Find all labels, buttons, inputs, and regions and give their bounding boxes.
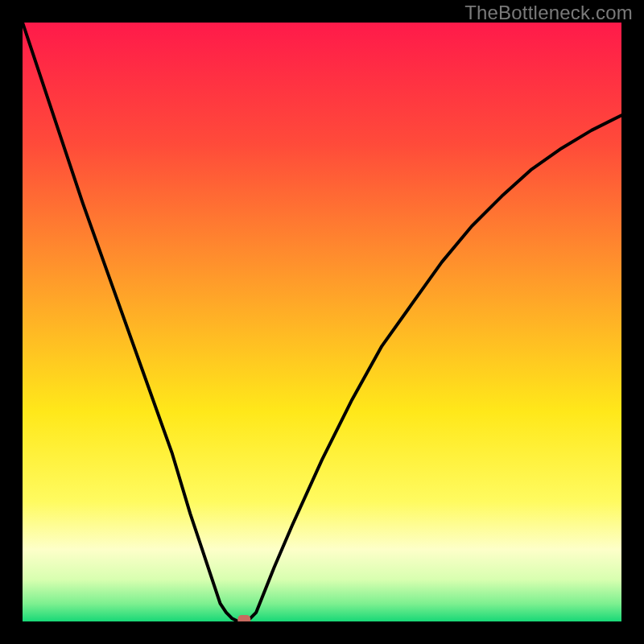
chart-svg bbox=[23, 23, 621, 621]
watermark-text: TheBottleneck.com bbox=[464, 2, 633, 24]
chart-frame: TheBottleneck.com bbox=[0, 0, 644, 644]
optimal-point-marker bbox=[237, 615, 250, 621]
plot-area bbox=[23, 23, 621, 621]
chart-background bbox=[23, 23, 621, 621]
